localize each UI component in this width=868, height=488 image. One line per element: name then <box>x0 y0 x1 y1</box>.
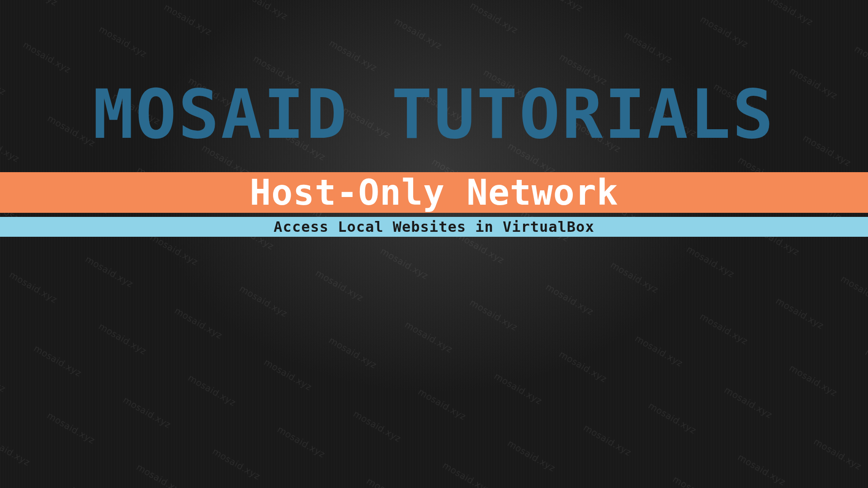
subtitle-band: Access Local Websites in VirtualBox <box>0 217 868 237</box>
title-text: Host-Only Network <box>250 175 618 210</box>
brand-heading: MOSAID TUTORIALS <box>0 80 868 148</box>
title-band: Host-Only Network <box>0 172 868 213</box>
title-card: MOSAID TUTORIALS Host-Only Network Acces… <box>0 0 868 488</box>
subtitle-text: Access Local Websites in VirtualBox <box>274 220 594 234</box>
